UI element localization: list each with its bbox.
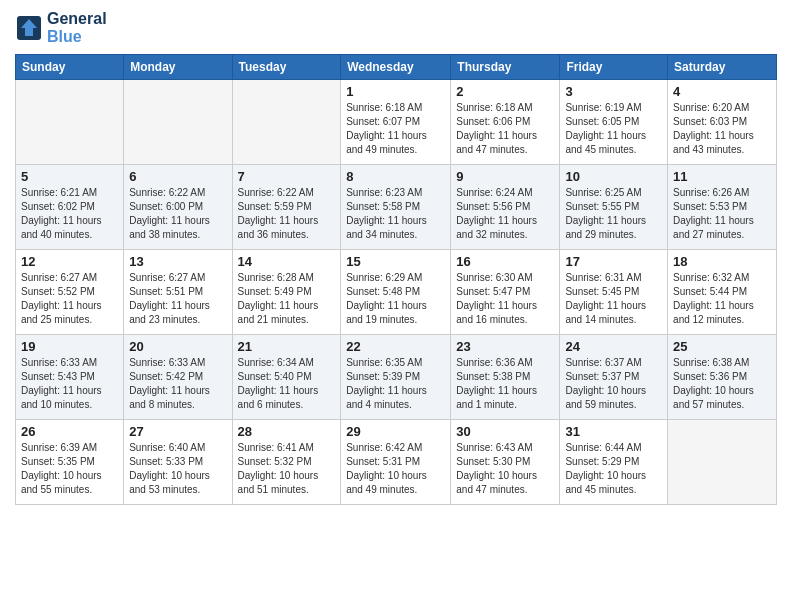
day-info: Sunrise: 6:32 AM Sunset: 5:44 PM Dayligh… bbox=[673, 271, 771, 327]
calendar-cell bbox=[668, 420, 777, 505]
calendar-cell: 28Sunrise: 6:41 AM Sunset: 5:32 PM Dayli… bbox=[232, 420, 341, 505]
weekday-header-friday: Friday bbox=[560, 55, 668, 80]
day-info: Sunrise: 6:24 AM Sunset: 5:56 PM Dayligh… bbox=[456, 186, 554, 242]
calendar-cell: 10Sunrise: 6:25 AM Sunset: 5:55 PM Dayli… bbox=[560, 165, 668, 250]
calendar-cell: 6Sunrise: 6:22 AM Sunset: 6:00 PM Daylig… bbox=[124, 165, 232, 250]
day-info: Sunrise: 6:28 AM Sunset: 5:49 PM Dayligh… bbox=[238, 271, 336, 327]
day-info: Sunrise: 6:31 AM Sunset: 5:45 PM Dayligh… bbox=[565, 271, 662, 327]
day-number: 17 bbox=[565, 254, 662, 269]
day-number: 13 bbox=[129, 254, 226, 269]
weekday-header-wednesday: Wednesday bbox=[341, 55, 451, 80]
day-info: Sunrise: 6:43 AM Sunset: 5:30 PM Dayligh… bbox=[456, 441, 554, 497]
calendar-cell: 31Sunrise: 6:44 AM Sunset: 5:29 PM Dayli… bbox=[560, 420, 668, 505]
calendar-cell: 29Sunrise: 6:42 AM Sunset: 5:31 PM Dayli… bbox=[341, 420, 451, 505]
day-number: 27 bbox=[129, 424, 226, 439]
calendar-cell bbox=[232, 80, 341, 165]
calendar-cell: 15Sunrise: 6:29 AM Sunset: 5:48 PM Dayli… bbox=[341, 250, 451, 335]
calendar-week-row: 5Sunrise: 6:21 AM Sunset: 6:02 PM Daylig… bbox=[16, 165, 777, 250]
calendar-cell: 9Sunrise: 6:24 AM Sunset: 5:56 PM Daylig… bbox=[451, 165, 560, 250]
calendar-week-row: 1Sunrise: 6:18 AM Sunset: 6:07 PM Daylig… bbox=[16, 80, 777, 165]
calendar-week-row: 19Sunrise: 6:33 AM Sunset: 5:43 PM Dayli… bbox=[16, 335, 777, 420]
day-info: Sunrise: 6:37 AM Sunset: 5:37 PM Dayligh… bbox=[565, 356, 662, 412]
calendar-week-row: 12Sunrise: 6:27 AM Sunset: 5:52 PM Dayli… bbox=[16, 250, 777, 335]
day-number: 30 bbox=[456, 424, 554, 439]
calendar-cell: 16Sunrise: 6:30 AM Sunset: 5:47 PM Dayli… bbox=[451, 250, 560, 335]
day-info: Sunrise: 6:21 AM Sunset: 6:02 PM Dayligh… bbox=[21, 186, 118, 242]
calendar-cell: 14Sunrise: 6:28 AM Sunset: 5:49 PM Dayli… bbox=[232, 250, 341, 335]
day-number: 29 bbox=[346, 424, 445, 439]
weekday-header-sunday: Sunday bbox=[16, 55, 124, 80]
day-number: 19 bbox=[21, 339, 118, 354]
calendar-header-row: SundayMondayTuesdayWednesdayThursdayFrid… bbox=[16, 55, 777, 80]
calendar-cell: 30Sunrise: 6:43 AM Sunset: 5:30 PM Dayli… bbox=[451, 420, 560, 505]
day-number: 22 bbox=[346, 339, 445, 354]
logo-icon bbox=[15, 14, 43, 42]
day-number: 20 bbox=[129, 339, 226, 354]
logo: General Blue bbox=[15, 10, 107, 46]
day-number: 21 bbox=[238, 339, 336, 354]
day-info: Sunrise: 6:18 AM Sunset: 6:07 PM Dayligh… bbox=[346, 101, 445, 157]
calendar-cell: 17Sunrise: 6:31 AM Sunset: 5:45 PM Dayli… bbox=[560, 250, 668, 335]
day-number: 23 bbox=[456, 339, 554, 354]
calendar-cell: 7Sunrise: 6:22 AM Sunset: 5:59 PM Daylig… bbox=[232, 165, 341, 250]
day-info: Sunrise: 6:20 AM Sunset: 6:03 PM Dayligh… bbox=[673, 101, 771, 157]
day-info: Sunrise: 6:26 AM Sunset: 5:53 PM Dayligh… bbox=[673, 186, 771, 242]
calendar-cell: 13Sunrise: 6:27 AM Sunset: 5:51 PM Dayli… bbox=[124, 250, 232, 335]
calendar-cell bbox=[16, 80, 124, 165]
day-number: 26 bbox=[21, 424, 118, 439]
day-number: 12 bbox=[21, 254, 118, 269]
weekday-header-thursday: Thursday bbox=[451, 55, 560, 80]
weekday-header-saturday: Saturday bbox=[668, 55, 777, 80]
page: General Blue SundayMondayTuesdayWednesda… bbox=[0, 0, 792, 612]
day-number: 4 bbox=[673, 84, 771, 99]
header: General Blue bbox=[15, 10, 777, 46]
day-number: 9 bbox=[456, 169, 554, 184]
calendar-cell: 26Sunrise: 6:39 AM Sunset: 5:35 PM Dayli… bbox=[16, 420, 124, 505]
calendar-cell: 22Sunrise: 6:35 AM Sunset: 5:39 PM Dayli… bbox=[341, 335, 451, 420]
calendar: SundayMondayTuesdayWednesdayThursdayFrid… bbox=[15, 54, 777, 505]
day-info: Sunrise: 6:22 AM Sunset: 5:59 PM Dayligh… bbox=[238, 186, 336, 242]
calendar-cell: 4Sunrise: 6:20 AM Sunset: 6:03 PM Daylig… bbox=[668, 80, 777, 165]
day-info: Sunrise: 6:33 AM Sunset: 5:43 PM Dayligh… bbox=[21, 356, 118, 412]
calendar-cell: 18Sunrise: 6:32 AM Sunset: 5:44 PM Dayli… bbox=[668, 250, 777, 335]
day-info: Sunrise: 6:29 AM Sunset: 5:48 PM Dayligh… bbox=[346, 271, 445, 327]
logo-text: General Blue bbox=[47, 10, 107, 46]
day-info: Sunrise: 6:42 AM Sunset: 5:31 PM Dayligh… bbox=[346, 441, 445, 497]
day-number: 15 bbox=[346, 254, 445, 269]
day-number: 11 bbox=[673, 169, 771, 184]
day-info: Sunrise: 6:27 AM Sunset: 5:51 PM Dayligh… bbox=[129, 271, 226, 327]
day-number: 5 bbox=[21, 169, 118, 184]
calendar-cell: 8Sunrise: 6:23 AM Sunset: 5:58 PM Daylig… bbox=[341, 165, 451, 250]
day-number: 10 bbox=[565, 169, 662, 184]
calendar-cell: 20Sunrise: 6:33 AM Sunset: 5:42 PM Dayli… bbox=[124, 335, 232, 420]
day-info: Sunrise: 6:18 AM Sunset: 6:06 PM Dayligh… bbox=[456, 101, 554, 157]
day-info: Sunrise: 6:41 AM Sunset: 5:32 PM Dayligh… bbox=[238, 441, 336, 497]
day-number: 3 bbox=[565, 84, 662, 99]
day-number: 31 bbox=[565, 424, 662, 439]
calendar-cell: 5Sunrise: 6:21 AM Sunset: 6:02 PM Daylig… bbox=[16, 165, 124, 250]
day-info: Sunrise: 6:40 AM Sunset: 5:33 PM Dayligh… bbox=[129, 441, 226, 497]
day-info: Sunrise: 6:30 AM Sunset: 5:47 PM Dayligh… bbox=[456, 271, 554, 327]
day-number: 28 bbox=[238, 424, 336, 439]
day-info: Sunrise: 6:23 AM Sunset: 5:58 PM Dayligh… bbox=[346, 186, 445, 242]
day-number: 1 bbox=[346, 84, 445, 99]
day-info: Sunrise: 6:38 AM Sunset: 5:36 PM Dayligh… bbox=[673, 356, 771, 412]
day-info: Sunrise: 6:44 AM Sunset: 5:29 PM Dayligh… bbox=[565, 441, 662, 497]
calendar-cell: 24Sunrise: 6:37 AM Sunset: 5:37 PM Dayli… bbox=[560, 335, 668, 420]
calendar-cell: 19Sunrise: 6:33 AM Sunset: 5:43 PM Dayli… bbox=[16, 335, 124, 420]
calendar-cell: 3Sunrise: 6:19 AM Sunset: 6:05 PM Daylig… bbox=[560, 80, 668, 165]
day-info: Sunrise: 6:22 AM Sunset: 6:00 PM Dayligh… bbox=[129, 186, 226, 242]
day-number: 14 bbox=[238, 254, 336, 269]
calendar-cell: 21Sunrise: 6:34 AM Sunset: 5:40 PM Dayli… bbox=[232, 335, 341, 420]
day-number: 8 bbox=[346, 169, 445, 184]
calendar-cell: 27Sunrise: 6:40 AM Sunset: 5:33 PM Dayli… bbox=[124, 420, 232, 505]
day-info: Sunrise: 6:19 AM Sunset: 6:05 PM Dayligh… bbox=[565, 101, 662, 157]
day-number: 18 bbox=[673, 254, 771, 269]
day-info: Sunrise: 6:35 AM Sunset: 5:39 PM Dayligh… bbox=[346, 356, 445, 412]
calendar-cell: 1Sunrise: 6:18 AM Sunset: 6:07 PM Daylig… bbox=[341, 80, 451, 165]
weekday-header-tuesday: Tuesday bbox=[232, 55, 341, 80]
calendar-cell: 2Sunrise: 6:18 AM Sunset: 6:06 PM Daylig… bbox=[451, 80, 560, 165]
day-info: Sunrise: 6:33 AM Sunset: 5:42 PM Dayligh… bbox=[129, 356, 226, 412]
day-info: Sunrise: 6:34 AM Sunset: 5:40 PM Dayligh… bbox=[238, 356, 336, 412]
calendar-week-row: 26Sunrise: 6:39 AM Sunset: 5:35 PM Dayli… bbox=[16, 420, 777, 505]
